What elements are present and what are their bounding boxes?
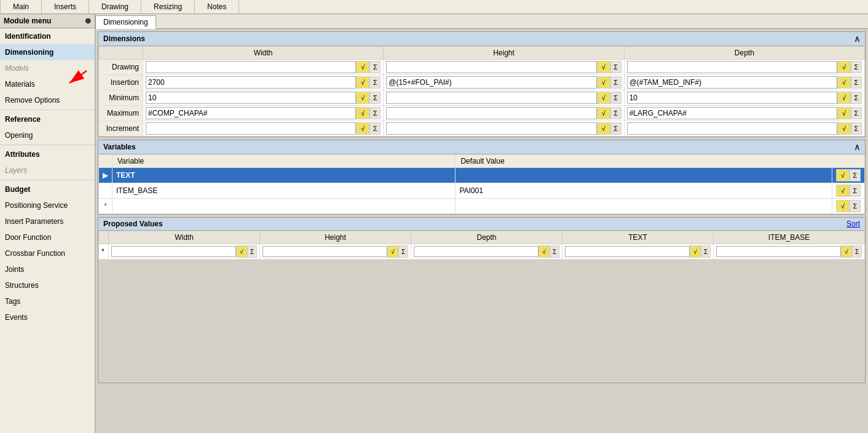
menu-notes[interactable]: Notes — [195, 0, 239, 14]
input-drawing-height[interactable] — [386, 61, 596, 73]
input-maximum-height[interactable] — [386, 107, 596, 119]
fx-increment-height[interactable]: √ — [597, 122, 610, 135]
menu-main[interactable]: Main — [0, 0, 42, 14]
prop-input-text[interactable] — [565, 246, 690, 257]
tab-dimensioning[interactable]: Dimensioning — [95, 15, 156, 29]
sigma-increment-width[interactable]: Σ — [369, 122, 381, 135]
cell-default-text[interactable] — [456, 168, 832, 183]
dimensions-collapse-btn[interactable]: ∧ — [854, 34, 860, 44]
fx-var-text[interactable]: √ — [836, 169, 850, 181]
sidebar-item-opening[interactable]: Opening — [0, 127, 95, 143]
prop-input-depth[interactable] — [414, 246, 539, 257]
sidebar-item-attributes[interactable]: Attributes — [0, 146, 95, 162]
prop-sigma-text[interactable]: Σ — [701, 245, 711, 258]
sidebar-item-tags[interactable]: Tags — [0, 293, 95, 309]
sidebar-item-insert-parameters[interactable]: Insert Parameters — [0, 213, 95, 229]
input-maximum-depth[interactable] — [627, 107, 837, 119]
input-insertion-width[interactable] — [146, 76, 356, 89]
prop-fx-text[interactable]: √ — [690, 245, 701, 258]
sidebar-item-identification[interactable]: Identification — [0, 28, 95, 44]
sidebar-item-layers[interactable]: Layers — [0, 162, 95, 178]
input-increment-height[interactable] — [386, 122, 596, 135]
sidebar-item-door-function[interactable]: Door Function — [0, 229, 95, 245]
sigma-maximum-width[interactable]: Σ — [369, 107, 381, 119]
input-insertion-height[interactable] — [386, 76, 596, 89]
menu-inserts[interactable]: Inserts — [42, 0, 89, 14]
fx-increment-depth[interactable]: √ — [837, 122, 851, 135]
sidebar-item-events[interactable]: Events — [0, 309, 95, 325]
sigma-minimum-width[interactable]: Σ — [369, 92, 381, 104]
sidebar-item-structures[interactable]: Structures — [0, 277, 95, 293]
fx-insertion-width[interactable]: √ — [356, 76, 369, 89]
cell-default-new[interactable] — [456, 199, 832, 214]
prop-input-height[interactable] — [262, 246, 387, 257]
cell-var-text[interactable]: TEXT — [112, 168, 456, 183]
prop-input-item-base[interactable] — [716, 246, 841, 257]
cell-var-new[interactable] — [112, 199, 456, 214]
input-drawing-width[interactable] — [146, 61, 356, 73]
input-drawing-depth[interactable] — [627, 61, 837, 73]
sigma-maximum-depth[interactable]: Σ — [851, 107, 862, 119]
prop-sigma-width[interactable]: Σ — [247, 245, 257, 258]
prop-input-width[interactable] — [111, 246, 236, 257]
prop-fx-item-base[interactable]: √ — [841, 245, 852, 258]
fx-var-new[interactable]: √ — [836, 200, 850, 212]
input-increment-width[interactable] — [146, 122, 356, 135]
menu-drawing[interactable]: Drawing — [89, 0, 141, 14]
fx-insertion-height[interactable]: √ — [597, 76, 610, 89]
input-minimum-depth[interactable] — [627, 92, 837, 104]
sidebar-item-models[interactable]: Models — [0, 60, 95, 76]
fx-maximum-height[interactable]: √ — [597, 107, 610, 119]
fx-maximum-width[interactable]: √ — [356, 107, 369, 119]
sidebar-item-dimensioning[interactable]: Dimensioning — [0, 44, 95, 60]
sort-link[interactable]: Sort — [846, 220, 860, 228]
sigma-insertion-width[interactable]: Σ — [369, 76, 381, 89]
sidebar-item-materials[interactable]: Materials — [0, 76, 95, 92]
sidebar-item-budget[interactable]: Budget — [0, 181, 95, 197]
fx-drawing-depth[interactable]: √ — [837, 61, 851, 73]
input-maximum-width[interactable] — [146, 107, 356, 119]
fx-minimum-height[interactable]: √ — [597, 92, 610, 104]
sidebar-item-joints[interactable]: Joints — [0, 261, 95, 277]
prop-fx-depth[interactable]: √ — [539, 245, 550, 258]
sigma-drawing-height[interactable]: Σ — [610, 61, 621, 73]
prop-fx-width[interactable]: √ — [236, 245, 247, 258]
sigma-insertion-height[interactable]: Σ — [610, 76, 621, 89]
input-insertion-depth[interactable] — [627, 76, 837, 89]
menu-resizing[interactable]: Resizing — [141, 0, 195, 14]
sidebar-item-reference[interactable]: Reference — [0, 111, 95, 127]
input-minimum-width[interactable] — [146, 92, 356, 104]
input-increment-depth[interactable] — [627, 122, 837, 135]
cell-var-item-base[interactable]: ITEM_BASE — [112, 183, 456, 199]
pin-icon[interactable]: ⊕ — [85, 17, 91, 25]
fx-var-item-base[interactable]: √ — [836, 185, 850, 197]
sigma-minimum-depth[interactable]: Σ — [851, 92, 862, 104]
prop-sigma-depth[interactable]: Σ — [550, 245, 559, 258]
sigma-drawing-depth[interactable]: Σ — [851, 61, 862, 73]
fx-drawing-height[interactable]: √ — [597, 61, 610, 73]
fx-insertion-depth[interactable]: √ — [837, 76, 851, 89]
sidebar-item-positioning-service[interactable]: Positioning Service — [0, 197, 95, 213]
prop-sigma-item-base[interactable]: Σ — [852, 245, 862, 258]
sigma-drawing-width[interactable]: Σ — [369, 61, 381, 73]
sigma-minimum-height[interactable]: Σ — [610, 92, 621, 104]
prop-sigma-height[interactable]: Σ — [398, 245, 408, 258]
sidebar-item-remove-options[interactable]: Remove Options — [0, 92, 95, 108]
fx-minimum-width[interactable]: √ — [356, 92, 369, 104]
sidebar-item-crossbar-function[interactable]: Crossbar Function — [0, 245, 95, 261]
sigma-increment-depth[interactable]: Σ — [851, 122, 862, 135]
input-minimum-height[interactable] — [386, 92, 596, 104]
sigma-increment-height[interactable]: Σ — [610, 122, 621, 135]
fx-minimum-depth[interactable]: √ — [837, 92, 851, 104]
sigma-var-item-base[interactable]: Σ — [850, 185, 861, 197]
fx-maximum-depth[interactable]: √ — [837, 107, 851, 119]
cell-default-item-base[interactable]: PAI001 — [456, 183, 832, 199]
sigma-insertion-depth[interactable]: Σ — [851, 76, 862, 89]
fx-drawing-width[interactable]: √ — [356, 61, 369, 73]
fx-increment-width[interactable]: √ — [356, 122, 369, 135]
variables-collapse-btn[interactable]: ∧ — [854, 142, 860, 152]
prop-fx-height[interactable]: √ — [387, 245, 398, 258]
sigma-var-text[interactable]: Σ — [850, 169, 861, 181]
sigma-maximum-height[interactable]: Σ — [610, 107, 621, 119]
sigma-var-new[interactable]: Σ — [850, 200, 861, 212]
